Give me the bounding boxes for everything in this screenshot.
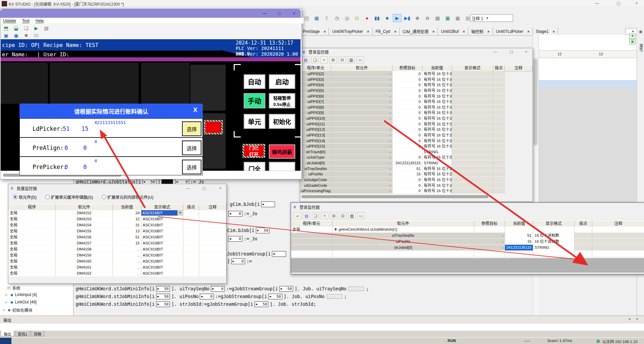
- toolbar-icon[interactable]: ▥: [348, 212, 356, 219]
- table-row[interactable]: uiProcessingFlag-0有符号 16 位十进制数: [300, 188, 533, 194]
- column-header[interactable]: 显示格式: [141, 204, 183, 211]
- toolbar-icon[interactable]: ▣: [12, 32, 20, 40]
- editor-tab[interactable]: Unit02Buf×: [438, 27, 468, 35]
- inline-value-box[interactable]: ▶: [261, 202, 275, 207]
- inline-value-box[interactable]: ▶50: [279, 286, 293, 292]
- column-header[interactable]: 当前值: [422, 65, 452, 71]
- toolbar-icon[interactable]: ▦: [443, 14, 452, 22]
- close-icon[interactable]: ×: [288, 10, 300, 16]
- toolbar-icon[interactable]: ⊟: [338, 56, 346, 63]
- inline-value-box[interactable]: ▶: [272, 251, 286, 257]
- tab-close-icon[interactable]: ×: [432, 30, 434, 34]
- chevron-down-icon[interactable]: ▼: [177, 210, 183, 216]
- close-icon[interactable]: ×: [636, 317, 638, 322]
- table-row[interactable]: 全局DM4159..ASCII16BIT: [8, 252, 226, 259]
- tab-close-icon[interactable]: ×: [527, 30, 529, 34]
- select-button[interactable]: 选择: [182, 160, 201, 174]
- window-titlebar[interactable]: ≣ 登录监控器: [291, 203, 644, 211]
- tree-item-linkout[interactable]: ▷ ◆ LinkOut [46]: [5, 300, 37, 304]
- toolbar-icon[interactable]: ⊞: [329, 56, 337, 63]
- toolbar-icon[interactable]: ID: [32, 32, 41, 40]
- column-header[interactable]: 显示格式: [452, 65, 493, 71]
- tree-item-system[interactable]: ▤ 系统: [2, 285, 20, 291]
- toolbar-icon[interactable]: ↥: [322, 14, 331, 22]
- scrollbar-thumb[interactable]: [302, 195, 488, 198]
- table-row[interactable]: uiPPID[8]-0有符号 16 位十进制数: [300, 105, 533, 110]
- toolbar-icon[interactable]: ▤: [302, 56, 310, 63]
- toolbar-icon[interactable]: ❏: [22, 24, 31, 32]
- chevron-down-icon[interactable]: ▼: [486, 16, 489, 20]
- toolbar-icon[interactable]: ⬒: [2, 24, 10, 32]
- inline-value-box[interactable]: ▶0: [200, 294, 214, 299]
- editor-tab[interactable]: Unit07LdPicker×: [493, 27, 533, 35]
- toolbar-icon[interactable]: ▥: [348, 56, 355, 63]
- table-row[interactable]: 全局DM4160..ASCII16BIT: [8, 259, 226, 265]
- column-header[interactable]: 程序: [8, 204, 56, 211]
- st-code-line[interactable]: gHmiCimUKWord.stJobMiniInfo[i▶50]. uiPos…: [76, 293, 347, 299]
- table-row[interactable]: 全局DM4162..ASCII16BIT: [8, 271, 226, 277]
- column-header[interactable]: 软元件: [331, 65, 393, 71]
- grid-selected-row[interactable]: [539, 80, 637, 89]
- minimize-icon[interactable]: —: [184, 185, 192, 191]
- table-row[interactable]: uiJudgeCode-0有符号 16 位十进制数: [300, 177, 533, 183]
- toolbar-icon[interactable]: ■: [383, 14, 392, 22]
- right-dock-strip[interactable]: ▣ 属性: [637, 27, 644, 329]
- restore-icon[interactable]: ▢: [508, 49, 515, 55]
- table-row[interactable]: 全局DM415312ASCII16BIT: [8, 216, 226, 222]
- table-row[interactable]: uiPPID[15]-0有符号 16 位十进制数: [300, 144, 533, 149]
- tab-search[interactable]: 查找1: [15, 331, 30, 336]
- hmi-button-manual[interactable]: 手动: [243, 93, 266, 109]
- table-row[interactable]: uiPosNo-15有符号 16 位十进制数: [300, 171, 533, 177]
- tab-close-icon[interactable]: ×: [463, 30, 465, 34]
- table-row[interactable]: uiPPID[3]-0有符号 16 位十进制数: [300, 77, 533, 82]
- editor-tab[interactable]: Stage1×: [533, 27, 558, 35]
- table-row[interactable]: strTrayId[0]-STRING: [300, 149, 533, 155]
- tab-close-icon[interactable]: ×: [553, 30, 555, 34]
- inline-value-box[interactable]: ▶0: [228, 236, 242, 242]
- column-header[interactable]: 程序/单元: [300, 65, 331, 71]
- editor-tab[interactable]: FB_Cyd×: [373, 27, 400, 35]
- toolbar-icon[interactable]: ▧: [42, 24, 51, 32]
- toolbar-icon[interactable]: ▣: [2, 32, 10, 40]
- toolbar-icon[interactable]: ●: [363, 14, 371, 22]
- expander-icon[interactable]: ▷: [5, 300, 9, 304]
- editor-tab[interactable]: Unit06TrayPicker×: [329, 27, 372, 35]
- table-row[interactable]: uiPPID[7]-0有符号 16 位十进制数: [300, 99, 533, 105]
- tab-output[interactable]: 输出: [1, 331, 14, 336]
- toolbar-icon[interactable]: ▶: [393, 14, 402, 22]
- column-header[interactable]: 参照目标: [474, 221, 505, 227]
- table-row[interactable]: uiGradeCode-0有符号 16 位十进制数: [300, 183, 533, 188]
- toolbar-icon[interactable]: ▦: [312, 14, 321, 22]
- table-row[interactable]: 全局DM415431ASCII16BIT: [8, 222, 226, 228]
- hmi-button-door-full[interactable]: 门全: [243, 161, 266, 171]
- horizontal-scrollbar[interactable]: [300, 194, 533, 199]
- table-row[interactable]: strJobId[0]-241231135115STRING: [300, 160, 533, 166]
- tree-item-init-module[interactable]: ▽ ◆ 初始化模块: [3, 307, 32, 313]
- column-header[interactable]: 接点: [183, 204, 199, 211]
- editor-tab[interactable]: 轴控制×: [468, 27, 493, 35]
- add-icon[interactable]: ✚: [629, 34, 636, 39]
- table-row[interactable]: 全局DM4158..ASCII16BIT: [8, 246, 226, 252]
- radio-buffer-g[interactable]: 扩展单元缓冲存储器(G): [45, 194, 93, 200]
- toolbar-icon[interactable]: ✱: [22, 32, 31, 40]
- column-header[interactable]: 注释: [199, 204, 226, 211]
- table-row[interactable]: uiTraySeqNo-51有符号 16 位十进制数: [300, 166, 533, 172]
- toolbar-icon[interactable]: ▭: [357, 212, 365, 219]
- grid-icon[interactable]: ▦: [629, 39, 636, 45]
- window-titlebar[interactable]: ≣ 批量监控器: [8, 184, 226, 192]
- table-row[interactable]: 全局DM415224ASCII16BIT▼: [8, 210, 226, 216]
- ladder-grid-area[interactable]: 12 13: [539, 35, 637, 202]
- inline-value-box[interactable]: ▶0: [211, 286, 225, 292]
- hmi-button-auto[interactable]: 自动: [243, 74, 266, 90]
- close-icon[interactable]: ×: [522, 49, 530, 55]
- dialog-header[interactable]: 请根据实际情况进行账料确认 X: [19, 104, 203, 118]
- menu-help[interactable]: Help: [36, 18, 44, 23]
- hmi-button-init[interactable]: 初始化: [268, 113, 296, 129]
- toolbar-icon[interactable]: ▶: [32, 24, 41, 32]
- column-header[interactable]: 接点: [574, 221, 592, 227]
- toolbar-icon[interactable]: ▮▮: [373, 14, 381, 22]
- table-row[interactable]: uiPosNo-1516 位十进制数: [291, 239, 644, 245]
- tree-item-linkinput[interactable]: ▷ ◆ LinkInput [4]: [5, 292, 37, 297]
- menu-tool[interactable]: Tool: [22, 18, 30, 23]
- table-row[interactable]: [291, 251, 644, 257]
